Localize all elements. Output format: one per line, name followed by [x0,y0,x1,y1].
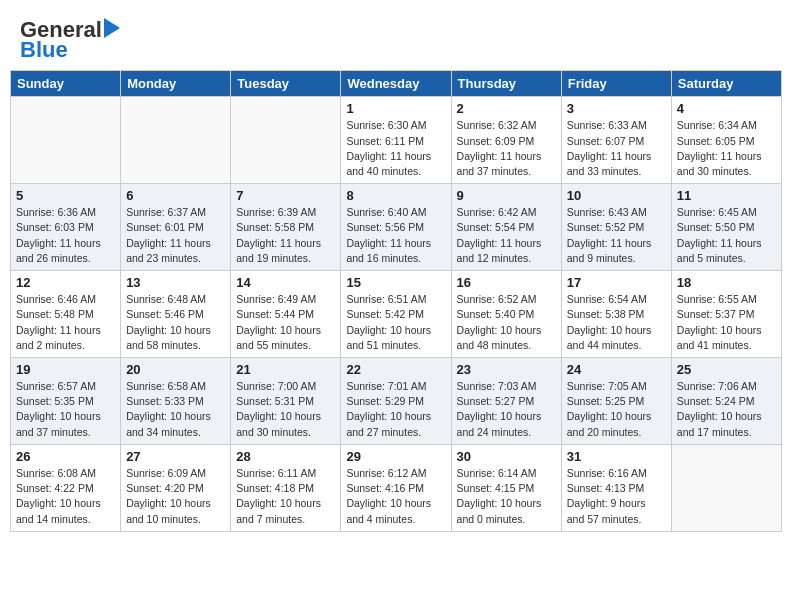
day-number: 19 [16,362,115,377]
day-number: 24 [567,362,666,377]
calendar-cell: 9Sunrise: 6:42 AM Sunset: 5:54 PM Daylig… [451,184,561,271]
calendar-cell: 6Sunrise: 6:37 AM Sunset: 6:01 PM Daylig… [121,184,231,271]
day-number: 5 [16,188,115,203]
logo-arrow-icon [104,18,124,38]
day-info: Sunrise: 7:00 AM Sunset: 5:31 PM Dayligh… [236,379,335,440]
weekday-header-row: SundayMondayTuesdayWednesdayThursdayFrid… [11,71,782,97]
day-info: Sunrise: 6:48 AM Sunset: 5:46 PM Dayligh… [126,292,225,353]
weekday-header-sunday: Sunday [11,71,121,97]
day-info: Sunrise: 6:58 AM Sunset: 5:33 PM Dayligh… [126,379,225,440]
calendar-cell: 22Sunrise: 7:01 AM Sunset: 5:29 PM Dayli… [341,358,451,445]
day-info: Sunrise: 6:16 AM Sunset: 4:13 PM Dayligh… [567,466,666,527]
day-number: 31 [567,449,666,464]
day-info: Sunrise: 6:55 AM Sunset: 5:37 PM Dayligh… [677,292,776,353]
calendar-cell: 21Sunrise: 7:00 AM Sunset: 5:31 PM Dayli… [231,358,341,445]
day-info: Sunrise: 6:45 AM Sunset: 5:50 PM Dayligh… [677,205,776,266]
day-number: 7 [236,188,335,203]
day-number: 4 [677,101,776,116]
day-info: Sunrise: 6:57 AM Sunset: 5:35 PM Dayligh… [16,379,115,440]
calendar-cell: 29Sunrise: 6:12 AM Sunset: 4:16 PM Dayli… [341,444,451,531]
day-info: Sunrise: 6:40 AM Sunset: 5:56 PM Dayligh… [346,205,445,266]
week-row-5: 26Sunrise: 6:08 AM Sunset: 4:22 PM Dayli… [11,444,782,531]
calendar-cell: 8Sunrise: 6:40 AM Sunset: 5:56 PM Daylig… [341,184,451,271]
day-info: Sunrise: 6:51 AM Sunset: 5:42 PM Dayligh… [346,292,445,353]
calendar-cell [231,97,341,184]
calendar-cell: 1Sunrise: 6:30 AM Sunset: 6:11 PM Daylig… [341,97,451,184]
day-info: Sunrise: 6:32 AM Sunset: 6:09 PM Dayligh… [457,118,556,179]
svg-marker-0 [104,18,120,38]
weekday-header-wednesday: Wednesday [341,71,451,97]
day-info: Sunrise: 6:54 AM Sunset: 5:38 PM Dayligh… [567,292,666,353]
calendar-cell: 20Sunrise: 6:58 AM Sunset: 5:33 PM Dayli… [121,358,231,445]
day-number: 13 [126,275,225,290]
calendar-cell: 25Sunrise: 7:06 AM Sunset: 5:24 PM Dayli… [671,358,781,445]
day-info: Sunrise: 6:08 AM Sunset: 4:22 PM Dayligh… [16,466,115,527]
day-number: 14 [236,275,335,290]
day-info: Sunrise: 6:39 AM Sunset: 5:58 PM Dayligh… [236,205,335,266]
calendar-cell: 15Sunrise: 6:51 AM Sunset: 5:42 PM Dayli… [341,271,451,358]
day-number: 15 [346,275,445,290]
calendar-cell [11,97,121,184]
day-info: Sunrise: 7:01 AM Sunset: 5:29 PM Dayligh… [346,379,445,440]
day-info: Sunrise: 6:09 AM Sunset: 4:20 PM Dayligh… [126,466,225,527]
calendar-table: SundayMondayTuesdayWednesdayThursdayFrid… [10,70,782,531]
day-info: Sunrise: 7:06 AM Sunset: 5:24 PM Dayligh… [677,379,776,440]
day-number: 26 [16,449,115,464]
day-number: 18 [677,275,776,290]
day-number: 25 [677,362,776,377]
day-info: Sunrise: 6:42 AM Sunset: 5:54 PM Dayligh… [457,205,556,266]
calendar-cell: 11Sunrise: 6:45 AM Sunset: 5:50 PM Dayli… [671,184,781,271]
day-info: Sunrise: 6:34 AM Sunset: 6:05 PM Dayligh… [677,118,776,179]
weekday-header-monday: Monday [121,71,231,97]
day-number: 8 [346,188,445,203]
day-number: 28 [236,449,335,464]
day-info: Sunrise: 6:12 AM Sunset: 4:16 PM Dayligh… [346,466,445,527]
calendar-cell: 17Sunrise: 6:54 AM Sunset: 5:38 PM Dayli… [561,271,671,358]
day-info: Sunrise: 6:30 AM Sunset: 6:11 PM Dayligh… [346,118,445,179]
day-number: 10 [567,188,666,203]
day-number: 12 [16,275,115,290]
calendar-cell: 19Sunrise: 6:57 AM Sunset: 5:35 PM Dayli… [11,358,121,445]
day-number: 21 [236,362,335,377]
day-info: Sunrise: 7:05 AM Sunset: 5:25 PM Dayligh… [567,379,666,440]
day-number: 2 [457,101,556,116]
day-info: Sunrise: 6:43 AM Sunset: 5:52 PM Dayligh… [567,205,666,266]
day-number: 30 [457,449,556,464]
calendar-cell: 23Sunrise: 7:03 AM Sunset: 5:27 PM Dayli… [451,358,561,445]
week-row-1: 1Sunrise: 6:30 AM Sunset: 6:11 PM Daylig… [11,97,782,184]
weekday-header-saturday: Saturday [671,71,781,97]
week-row-2: 5Sunrise: 6:36 AM Sunset: 6:03 PM Daylig… [11,184,782,271]
calendar-cell: 18Sunrise: 6:55 AM Sunset: 5:37 PM Dayli… [671,271,781,358]
day-info: Sunrise: 6:46 AM Sunset: 5:48 PM Dayligh… [16,292,115,353]
page-header: General Blue [10,10,782,66]
day-info: Sunrise: 6:33 AM Sunset: 6:07 PM Dayligh… [567,118,666,179]
day-info: Sunrise: 6:11 AM Sunset: 4:18 PM Dayligh… [236,466,335,527]
calendar-cell: 14Sunrise: 6:49 AM Sunset: 5:44 PM Dayli… [231,271,341,358]
logo: General Blue [20,18,124,62]
calendar-cell: 31Sunrise: 6:16 AM Sunset: 4:13 PM Dayli… [561,444,671,531]
day-info: Sunrise: 6:52 AM Sunset: 5:40 PM Dayligh… [457,292,556,353]
day-info: Sunrise: 6:14 AM Sunset: 4:15 PM Dayligh… [457,466,556,527]
calendar-cell: 10Sunrise: 6:43 AM Sunset: 5:52 PM Dayli… [561,184,671,271]
weekday-header-tuesday: Tuesday [231,71,341,97]
day-number: 27 [126,449,225,464]
calendar-cell: 7Sunrise: 6:39 AM Sunset: 5:58 PM Daylig… [231,184,341,271]
calendar-cell: 30Sunrise: 6:14 AM Sunset: 4:15 PM Dayli… [451,444,561,531]
calendar-cell [121,97,231,184]
day-number: 9 [457,188,556,203]
week-row-3: 12Sunrise: 6:46 AM Sunset: 5:48 PM Dayli… [11,271,782,358]
calendar-cell: 3Sunrise: 6:33 AM Sunset: 6:07 PM Daylig… [561,97,671,184]
day-number: 16 [457,275,556,290]
day-number: 1 [346,101,445,116]
day-number: 23 [457,362,556,377]
calendar-cell: 24Sunrise: 7:05 AM Sunset: 5:25 PM Dayli… [561,358,671,445]
calendar-cell: 27Sunrise: 6:09 AM Sunset: 4:20 PM Dayli… [121,444,231,531]
day-number: 22 [346,362,445,377]
calendar-cell: 4Sunrise: 6:34 AM Sunset: 6:05 PM Daylig… [671,97,781,184]
day-info: Sunrise: 6:49 AM Sunset: 5:44 PM Dayligh… [236,292,335,353]
day-number: 17 [567,275,666,290]
calendar-cell [671,444,781,531]
week-row-4: 19Sunrise: 6:57 AM Sunset: 5:35 PM Dayli… [11,358,782,445]
day-info: Sunrise: 6:37 AM Sunset: 6:01 PM Dayligh… [126,205,225,266]
calendar-cell: 28Sunrise: 6:11 AM Sunset: 4:18 PM Dayli… [231,444,341,531]
